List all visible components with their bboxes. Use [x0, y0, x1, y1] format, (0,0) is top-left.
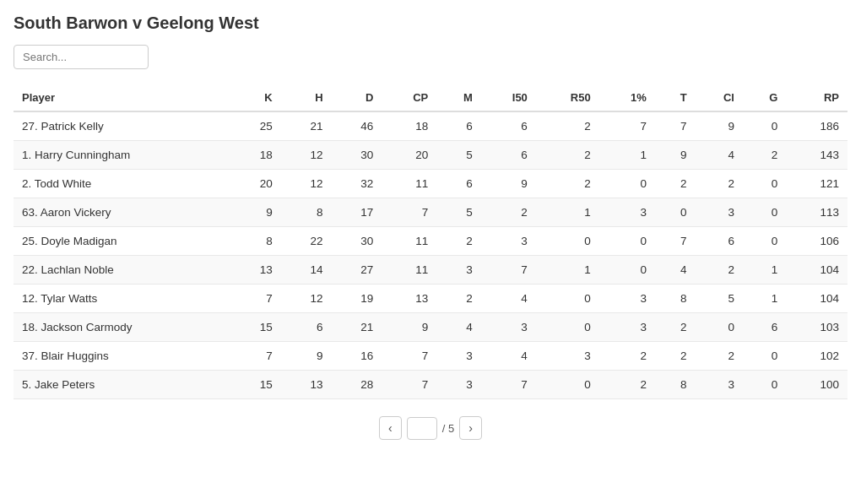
cell-r50: 3: [536, 342, 599, 371]
pagination: ‹ 1 / 5 ›: [14, 416, 847, 440]
cell-h: 9: [281, 342, 332, 371]
cell-cp: 18: [382, 111, 436, 141]
cell-m: 2: [436, 285, 481, 313]
cell-d: 19: [332, 285, 382, 313]
cell-t: 0: [655, 198, 696, 227]
col-header-d: D: [332, 84, 382, 111]
cell-g: 0: [743, 371, 786, 399]
cell-player: 18. Jackson Carmody: [14, 313, 230, 342]
table-row: 12. Tylar Watts71219132403851104: [14, 285, 847, 313]
cell-rp: 100: [786, 371, 847, 399]
col-header-g: G: [743, 84, 786, 111]
cell-i50: 4: [481, 285, 536, 313]
search-input[interactable]: [14, 45, 149, 69]
cell-player: 22. Lachlan Noble: [14, 256, 230, 285]
current-page-input[interactable]: 1: [407, 417, 437, 440]
page-info: / 5: [442, 422, 454, 435]
cell-g: 0: [743, 111, 786, 141]
col-header-k: K: [230, 84, 281, 111]
cell-g: 0: [743, 170, 786, 198]
cell-d: 30: [332, 141, 382, 170]
cell-d: 32: [332, 170, 382, 198]
cell-m: 2: [436, 227, 481, 256]
cell-m: 3: [436, 342, 481, 371]
stats-table: PlayerKHDCPMI50R501%TClGRP 27. Patrick K…: [14, 84, 847, 399]
table-row: 18. Jackson Carmody1562194303206103: [14, 313, 847, 342]
cell-pct: 3: [599, 285, 655, 313]
cell-rp: 143: [786, 141, 847, 170]
cell-cl: 4: [696, 141, 743, 170]
cell-i50: 9: [481, 170, 536, 198]
cell-k: 15: [230, 371, 281, 399]
table-row: 5. Jake Peters15132873702830100: [14, 371, 847, 399]
cell-r50: 0: [536, 285, 599, 313]
table-row: 27. Patrick Kelly252146186627790186: [14, 111, 847, 141]
cell-g: 0: [743, 198, 786, 227]
cell-m: 4: [436, 313, 481, 342]
cell-i50: 3: [481, 227, 536, 256]
col-header-h: H: [281, 84, 332, 111]
cell-k: 7: [230, 342, 281, 371]
cell-player: 25. Doyle Madigan: [14, 227, 230, 256]
cell-pct: 7: [599, 111, 655, 141]
cell-pct: 0: [599, 256, 655, 285]
cell-pct: 1: [599, 141, 655, 170]
cell-cp: 7: [382, 342, 436, 371]
cell-h: 21: [281, 111, 332, 141]
cell-r50: 2: [536, 170, 599, 198]
cell-g: 2: [743, 141, 786, 170]
table-row: 2. Todd White201232116920220121: [14, 170, 847, 198]
col-header-cl: Cl: [696, 84, 743, 111]
cell-rp: 186: [786, 111, 847, 141]
cell-k: 18: [230, 141, 281, 170]
col-header-m: M: [436, 84, 481, 111]
cell-player: 27. Patrick Kelly: [14, 111, 230, 141]
cell-pct: 2: [599, 342, 655, 371]
next-page-button[interactable]: ›: [459, 416, 482, 440]
cell-rp: 104: [786, 285, 847, 313]
cell-cl: 0: [696, 313, 743, 342]
cell-r50: 0: [536, 227, 599, 256]
prev-page-button[interactable]: ‹: [379, 416, 402, 440]
cell-k: 13: [230, 256, 281, 285]
cell-cl: 2: [696, 256, 743, 285]
cell-m: 3: [436, 256, 481, 285]
cell-player: 63. Aaron Vickery: [14, 198, 230, 227]
cell-cp: 13: [382, 285, 436, 313]
cell-d: 17: [332, 198, 382, 227]
cell-r50: 2: [536, 111, 599, 141]
table-row: 25. Doyle Madigan82230112300760106: [14, 227, 847, 256]
cell-d: 28: [332, 371, 382, 399]
cell-cl: 2: [696, 170, 743, 198]
col-header-t: T: [655, 84, 696, 111]
cell-k: 8: [230, 227, 281, 256]
cell-h: 8: [281, 198, 332, 227]
cell-rp: 102: [786, 342, 847, 371]
cell-player: 5. Jake Peters: [14, 371, 230, 399]
cell-rp: 106: [786, 227, 847, 256]
cell-g: 0: [743, 227, 786, 256]
cell-h: 12: [281, 285, 332, 313]
cell-r50: 1: [536, 198, 599, 227]
cell-cp: 11: [382, 170, 436, 198]
col-header-rp: RP: [786, 84, 847, 111]
cell-cp: 11: [382, 227, 436, 256]
cell-t: 7: [655, 227, 696, 256]
cell-rp: 104: [786, 256, 847, 285]
cell-t: 8: [655, 285, 696, 313]
cell-t: 4: [655, 256, 696, 285]
cell-k: 20: [230, 170, 281, 198]
cell-d: 16: [332, 342, 382, 371]
col-header-1%: 1%: [599, 84, 655, 111]
cell-cp: 11: [382, 256, 436, 285]
cell-m: 3: [436, 371, 481, 399]
cell-cl: 3: [696, 371, 743, 399]
table-row: 1. Harry Cunningham181230205621942143: [14, 141, 847, 170]
cell-h: 14: [281, 256, 332, 285]
cell-cp: 7: [382, 371, 436, 399]
cell-m: 5: [436, 198, 481, 227]
page-title: South Barwon v Geelong West: [14, 14, 847, 33]
cell-i50: 3: [481, 313, 536, 342]
cell-t: 2: [655, 170, 696, 198]
cell-k: 25: [230, 111, 281, 141]
